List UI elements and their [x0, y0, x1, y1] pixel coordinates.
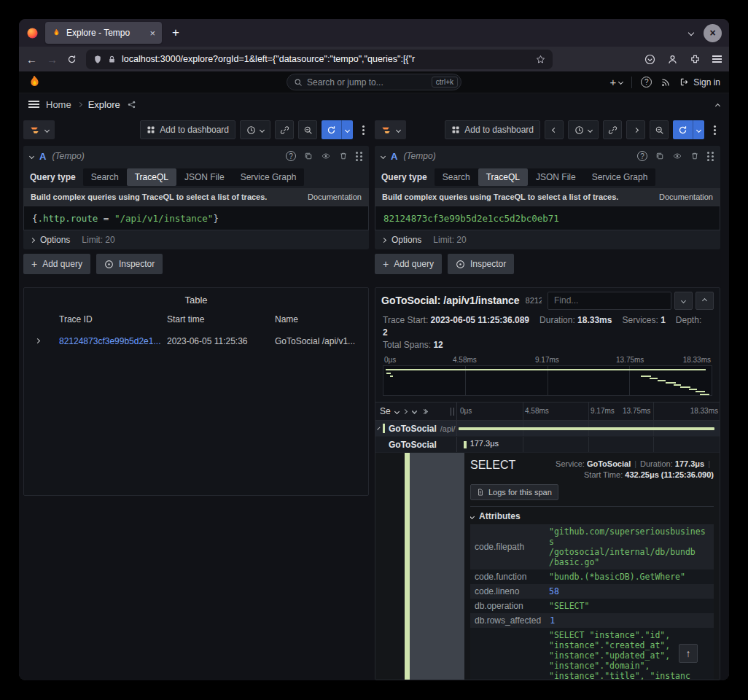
explore-pane-left: Add to dashboard: [23, 120, 369, 680]
tab-traceql[interactable]: TraceQL: [478, 168, 528, 186]
datasource-picker[interactable]: [23, 120, 55, 139]
collapse-header-button[interactable]: [716, 98, 720, 111]
delete-query-trash-icon[interactable]: [690, 152, 699, 160]
browser-tab[interactable]: Explore - Tempo ×: [45, 22, 162, 44]
move-split-right-button[interactable]: [626, 120, 645, 139]
find-next-button[interactable]: [674, 292, 693, 310]
query-options-row[interactable]: Options Limit: 20: [375, 230, 720, 249]
sign-in-button[interactable]: Sign in: [679, 77, 720, 88]
share-icon[interactable]: [127, 100, 136, 109]
add-to-dashboard-button[interactable]: Add to dashboard: [445, 120, 540, 139]
span-row-child[interactable]: GoToSocial 177.3μs: [375, 437, 720, 453]
column-resize-handle[interactable]: [451, 408, 454, 416]
mega-menu-icon[interactable]: [28, 104, 39, 105]
query-help-icon[interactable]: ?: [637, 151, 647, 161]
kebab-menu-icon[interactable]: [709, 120, 720, 139]
query-options-row[interactable]: Options Limit: 20: [23, 230, 369, 249]
new-menu-button[interactable]: +: [610, 76, 623, 88]
query-help-icon[interactable]: ?: [286, 151, 296, 161]
run-query-button[interactable]: [322, 120, 353, 139]
global-search[interactable]: Search or jump to... ctrl+k: [287, 74, 461, 90]
attributes-toggle[interactable]: Attributes: [470, 510, 714, 522]
url-bar[interactable]: localhost:3000/explore?orgId=1&left={"da…: [86, 50, 553, 69]
extensions-puzzle-icon[interactable]: [690, 54, 701, 65]
span-row-root[interactable]: GoToSocial /api/: [375, 421, 720, 437]
zoom-out-button[interactable]: [298, 120, 317, 139]
forward-icon[interactable]: →: [47, 54, 58, 65]
find-prev-button[interactable]: [696, 292, 714, 310]
tab-service-graph[interactable]: Service Graph: [584, 168, 656, 186]
chevron-down-icon[interactable]: [394, 408, 400, 413]
account-icon[interactable]: [667, 54, 678, 65]
service-operation-label[interactable]: Se: [380, 406, 391, 416]
inspector-button[interactable]: Inspector: [96, 254, 163, 274]
traceql-code-editor[interactable]: {.http.route = "/api/v1/instance"}: [23, 206, 369, 230]
trace-id-link[interactable]: 82124873cf3e99b5d2e1...: [59, 336, 167, 346]
hide-query-eye-icon[interactable]: [321, 152, 331, 160]
col-trace-id[interactable]: Trace ID: [59, 314, 167, 324]
logs-for-span-button[interactable]: Logs for this span: [470, 484, 558, 500]
hide-query-eye-icon[interactable]: [672, 152, 682, 160]
drag-handle-icon[interactable]: [356, 155, 358, 158]
collapse-all-icon[interactable]: [422, 410, 427, 413]
shield-icon[interactable]: [93, 55, 102, 64]
find-input[interactable]: [548, 292, 671, 310]
run-query-dropdown[interactable]: [341, 120, 353, 139]
scroll-to-top-button[interactable]: ↑: [679, 644, 698, 663]
list-tabs-icon[interactable]: [688, 30, 694, 36]
firefox-view-icon[interactable]: [26, 27, 39, 39]
zoom-out-button[interactable]: [650, 120, 669, 139]
options-expand-icon[interactable]: [30, 237, 35, 242]
pocket-icon[interactable]: [644, 54, 655, 65]
copy-query-icon[interactable]: [304, 152, 313, 160]
span-collapse-icon[interactable]: [377, 427, 380, 429]
news-rss-icon[interactable]: [661, 77, 671, 88]
reload-icon[interactable]: [67, 55, 77, 64]
traceql-code-editor[interactable]: 82124873cf3e99b5d2e1cc5d2bc0eb71: [375, 206, 720, 230]
window-close-button[interactable]: ×: [704, 24, 722, 42]
delete-query-trash-icon[interactable]: [339, 152, 348, 160]
new-tab-button[interactable]: +: [168, 26, 183, 40]
options-expand-icon[interactable]: [381, 237, 386, 242]
expand-all-icon[interactable]: [413, 409, 416, 413]
run-query-dropdown[interactable]: [693, 120, 704, 139]
time-sync-link-button[interactable]: [603, 120, 622, 139]
add-query-button[interactable]: + Add query: [23, 254, 90, 274]
row-expand-icon[interactable]: [35, 338, 40, 343]
move-split-left-button[interactable]: [545, 120, 564, 139]
drag-handle-icon[interactable]: [707, 155, 709, 158]
expand-one-icon[interactable]: [402, 408, 408, 413]
options-label: Options: [40, 235, 70, 245]
bookmark-star-icon[interactable]: [536, 55, 545, 64]
time-sync-link-button[interactable]: [275, 120, 294, 139]
add-query-button[interactable]: + Add query: [375, 254, 442, 274]
datasource-picker[interactable]: [375, 120, 406, 139]
documentation-link[interactable]: Documentation: [659, 192, 713, 201]
time-picker-button[interactable]: [240, 120, 270, 139]
tab-search[interactable]: Search: [435, 168, 478, 186]
tab-json-file[interactable]: JSON File: [176, 168, 233, 186]
col-name[interactable]: Name: [275, 314, 362, 324]
run-query-button[interactable]: [673, 120, 704, 139]
table-row[interactable]: 82124873cf3e99b5d2e1... 2023-06-05 11:25…: [24, 332, 368, 351]
tab-service-graph[interactable]: Service Graph: [233, 168, 305, 186]
col-start-time[interactable]: Start time: [167, 314, 275, 324]
collapse-query-icon[interactable]: [29, 153, 34, 158]
menu-icon[interactable]: [712, 58, 722, 60]
grafana-logo-icon[interactable]: [28, 75, 42, 89]
documentation-link[interactable]: Documentation: [308, 192, 362, 201]
back-icon[interactable]: ←: [26, 54, 37, 65]
minimap-canvas[interactable]: [383, 365, 712, 396]
tab-close-icon[interactable]: ×: [149, 28, 155, 39]
kebab-menu-icon[interactable]: [357, 120, 369, 139]
add-to-dashboard-button[interactable]: Add to dashboard: [140, 120, 235, 139]
inspector-button[interactable]: Inspector: [448, 254, 514, 274]
help-icon[interactable]: ?: [641, 77, 652, 88]
time-picker-button[interactable]: [568, 120, 599, 139]
breadcrumb-home[interactable]: Home: [46, 99, 71, 110]
tab-json-file[interactable]: JSON File: [528, 168, 584, 186]
copy-query-icon[interactable]: [655, 152, 664, 160]
collapse-query-icon[interactable]: [381, 153, 386, 158]
tab-traceql[interactable]: TraceQL: [127, 168, 176, 186]
tab-search[interactable]: Search: [83, 168, 127, 186]
